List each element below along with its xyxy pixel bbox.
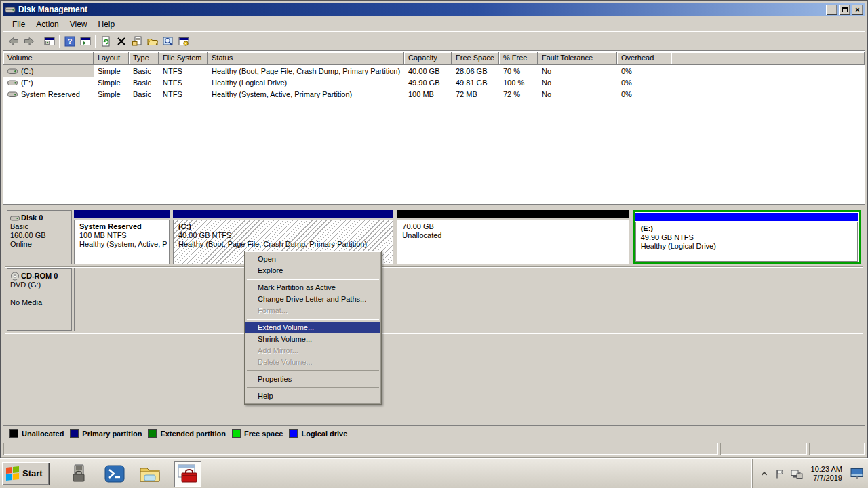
table-row-c[interactable]: (C:) Simple Basic NTFS Healthy (Boot, Pa… xyxy=(3,65,865,77)
primary-partition-band xyxy=(74,210,170,218)
view-button[interactable] xyxy=(160,34,176,49)
column-volume[interactable]: Volume xyxy=(3,52,94,65)
legend-free-space: Free space xyxy=(232,429,283,438)
customize-button[interactable] xyxy=(176,34,191,49)
disk0-header[interactable]: Disk 0 Basic 160.00 GB Online xyxy=(7,210,72,264)
open-folder-button[interactable] xyxy=(144,34,160,49)
refresh-icon xyxy=(100,36,111,47)
quick-launch xyxy=(68,461,201,487)
powershell-icon[interactable] xyxy=(104,463,125,485)
disk0-size: 160.00 GB xyxy=(10,231,70,240)
network-icon[interactable] xyxy=(791,468,803,479)
menu-item-open[interactable]: Open xyxy=(245,253,380,265)
logical-drive-band xyxy=(635,213,858,221)
column-status[interactable]: Status xyxy=(208,52,404,65)
menu-file[interactable]: File xyxy=(7,18,31,31)
legend-swatch-free-space xyxy=(232,429,241,438)
tray-date: 7/7/2019 xyxy=(811,474,842,483)
menu-separator xyxy=(247,319,379,320)
volume-table-header: Volume Layout Type File System Status Ca… xyxy=(3,52,865,65)
maximize-button[interactable] xyxy=(839,5,850,15)
menu-item-format: Format... xyxy=(245,305,380,317)
status-panel xyxy=(720,443,807,455)
table-row-e[interactable]: (E:) Simple Basic NTFS Healthy (Logical … xyxy=(3,77,865,88)
menu-separator xyxy=(247,370,379,371)
server-manager-icon[interactable] xyxy=(68,463,90,485)
disk0-partitions: System Reserved 100 MB NTFS Healthy (Sys… xyxy=(74,210,861,264)
column-overhead[interactable]: Overhead xyxy=(617,52,671,65)
disk-graphical-pane: Disk 0 Basic 160.00 GB Online System Res… xyxy=(3,207,865,426)
partition-system-reserved[interactable]: System Reserved 100 MB NTFS Healthy (Sys… xyxy=(74,210,170,264)
column-pct-free[interactable]: % Free xyxy=(499,52,538,65)
table-row-system-reserved[interactable]: System Reserved Simple Basic NTFS Health… xyxy=(3,88,865,100)
disk-management-taskbar-button[interactable] xyxy=(174,461,201,487)
back-icon xyxy=(8,36,19,47)
column-type[interactable]: Type xyxy=(129,52,159,65)
delete-button[interactable] xyxy=(113,34,129,49)
disk0-state: Online xyxy=(10,240,70,249)
file-explorer-icon[interactable] xyxy=(139,463,161,485)
desktop-screen: Disk Management _ × File Action View Hel… xyxy=(0,0,868,488)
column-layout[interactable]: Layout xyxy=(94,52,129,65)
menu-item-help[interactable]: Help xyxy=(245,390,380,402)
app-icon xyxy=(5,4,16,15)
cdrom-row: CD-ROM 0 DVD (G:) No Media xyxy=(5,267,863,333)
disk-management-icon xyxy=(177,464,199,484)
forward-button[interactable] xyxy=(21,34,37,49)
toolbar-separator xyxy=(39,35,39,48)
partition-unallocated[interactable]: 70.00 GB Unallocated xyxy=(397,210,629,264)
svg-text:?: ? xyxy=(67,37,72,45)
toolbar: ? xyxy=(3,32,865,51)
show-console-tree-button[interactable] xyxy=(41,34,57,49)
tray-chevron-icon[interactable] xyxy=(760,469,769,479)
column-fault-tolerance[interactable]: Fault Tolerance xyxy=(538,52,617,65)
action-center-flag-icon[interactable] xyxy=(774,468,785,479)
menu-help[interactable]: Help xyxy=(93,18,121,31)
tray-clock[interactable]: 10:23 AM 7/7/2019 xyxy=(808,465,845,483)
menu-item-change-drive-letter[interactable]: Change Drive Letter and Paths... xyxy=(245,293,380,305)
menu-view[interactable]: View xyxy=(64,18,93,31)
cdrom-media-divider xyxy=(74,268,75,331)
disk0-row: Disk 0 Basic 160.00 GB Online System Res… xyxy=(5,209,863,267)
legend-swatch-unallocated xyxy=(9,429,18,438)
help-button[interactable]: ? xyxy=(62,34,77,49)
menu-item-shrink-volume[interactable]: Shrink Volume... xyxy=(245,333,380,345)
back-button[interactable] xyxy=(5,34,21,49)
column-file-system[interactable]: File System xyxy=(159,52,208,65)
status-panel xyxy=(3,443,718,455)
windows-logo-icon xyxy=(6,466,19,481)
volume-icon xyxy=(7,77,18,88)
column-free-space[interactable]: Free Space xyxy=(452,52,499,65)
show-desktop-icon[interactable] xyxy=(850,468,864,479)
cdrom-header[interactable]: CD-ROM 0 DVD (G:) No Media xyxy=(7,268,72,331)
start-button[interactable]: Start xyxy=(2,462,50,485)
refresh-button[interactable] xyxy=(98,34,113,49)
menu-action[interactable]: Action xyxy=(31,18,64,31)
menu-item-mark-partition-active[interactable]: Mark Partition as Active xyxy=(245,282,380,293)
help-icon: ? xyxy=(64,36,75,47)
cdrom-kind: DVD (G:) xyxy=(10,281,70,289)
column-capacity[interactable]: Capacity xyxy=(404,52,452,65)
minimize-button[interactable]: _ xyxy=(826,5,837,15)
window-title: Disk Management xyxy=(18,5,825,14)
legend-swatch-extended xyxy=(148,429,157,438)
menu-item-properties[interactable]: Properties xyxy=(245,373,380,385)
close-button[interactable]: × xyxy=(852,5,863,15)
status-bar xyxy=(3,441,865,456)
legend-logical-drive: Logical drive xyxy=(289,429,347,438)
partition-e[interactable]: (E:) 49.90 GB NTFS Healthy (Logical Driv… xyxy=(633,210,861,264)
column-filler xyxy=(671,52,865,65)
legend-unallocated: Unallocated xyxy=(9,429,64,438)
show-console-tree-icon xyxy=(44,36,55,47)
menu-item-extend-volume[interactable]: Extend Volume... xyxy=(245,322,380,333)
disk0-kind: Basic xyxy=(10,222,70,231)
show-action-pane-button[interactable] xyxy=(77,34,93,49)
unallocated-band xyxy=(397,210,629,218)
volume-name: (E:) xyxy=(21,79,33,87)
menu-separator xyxy=(247,387,379,388)
title-bar[interactable]: Disk Management _ × xyxy=(3,3,865,16)
properties-button[interactable] xyxy=(129,34,144,49)
taskbar: Start xyxy=(0,458,868,488)
menu-item-explore[interactable]: Explore xyxy=(245,265,380,277)
show-action-pane-icon xyxy=(80,36,91,47)
